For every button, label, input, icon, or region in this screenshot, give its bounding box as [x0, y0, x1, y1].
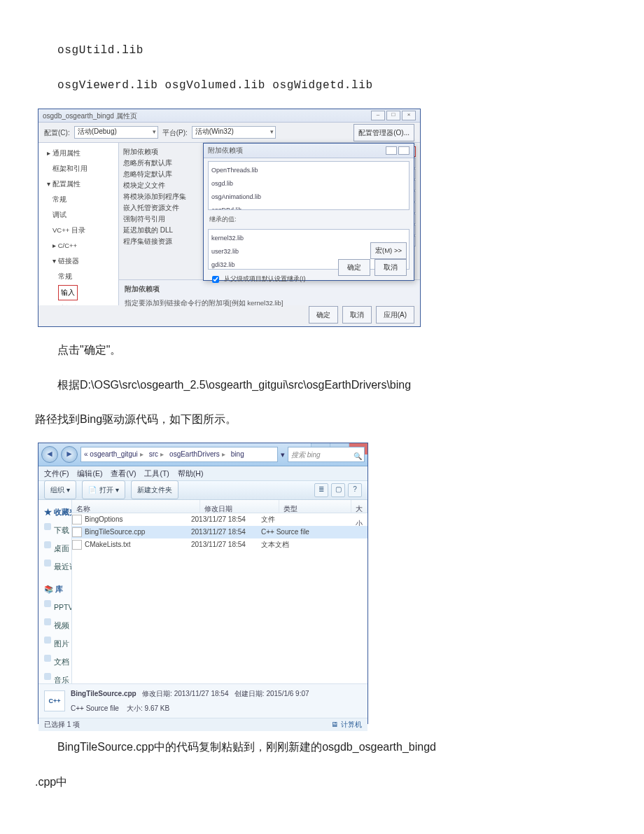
txt-file-icon	[72, 540, 82, 550]
cancel-button[interactable]: 取消	[342, 306, 372, 324]
property-tree[interactable]: ▸ 通用属性 框架和引用 ▾ 配置属性 常规 调试 VC++ 目录 ▸ C/C+…	[38, 143, 119, 305]
menu-bar: 文件(F) 编辑(E) 查看(V) 工具(T) 帮助(H)	[38, 466, 368, 481]
ok-button[interactable]: 确定	[309, 306, 338, 324]
code-line-1: osgUtild.lib	[35, 39, 609, 63]
tree-node[interactable]: ▾ 链接器	[40, 253, 117, 269]
breadcrumb[interactable]: src	[146, 447, 167, 461]
maximize-button[interactable]: □	[386, 111, 400, 120]
para-path: 根据D:\OSG\src\osgearth_2.5\osgearth_gitgu…	[35, 373, 609, 397]
nav-item[interactable]: 桌面	[40, 539, 70, 557]
platform-label: 平台(P):	[162, 125, 188, 140]
platform-combo[interactable]: 活动(Win32)	[192, 126, 276, 139]
view-options-button[interactable]: ≣	[314, 483, 328, 497]
config-label: 配置(C):	[44, 125, 70, 140]
search-box[interactable]: 搜索 bing	[288, 447, 365, 462]
inner-help-button[interactable]	[386, 146, 397, 155]
dialog-title: osgdb_osgearth_bingd 属性页	[43, 109, 137, 123]
help-button[interactable]: ?	[348, 483, 362, 497]
nav-item[interactable]: PPTV视频	[40, 598, 70, 616]
tree-node[interactable]: ▸ 通用属性	[40, 146, 117, 161]
tree-node[interactable]: ▸ C/C++	[40, 238, 117, 253]
inner-cancel-button[interactable]: 取消	[374, 259, 407, 276]
new-folder-button[interactable]: 新建文件夹	[131, 480, 178, 499]
tree-node[interactable]: 常规	[40, 192, 117, 207]
tree-node-selected[interactable]: 输入	[58, 285, 78, 300]
inner-close-button[interactable]	[398, 146, 410, 155]
organize-button[interactable]: 组织 ▾	[44, 480, 76, 499]
nav-item[interactable]: 图片	[40, 634, 70, 653]
code-line-2: osgViewerd.lib osgVolumed.lib osgWidgetd…	[35, 74, 609, 98]
breadcrumb[interactable]: bing	[228, 447, 249, 461]
macros-button[interactable]: 宏(M) >>	[370, 242, 407, 259]
para-path-2: 路径找到Bing驱动源代码，如下图所示。	[35, 408, 609, 431]
inherited-label: 继承的值:	[209, 213, 408, 226]
vs-property-dialog: osgdb_osgearth_bingd 属性页 – □ × 配置(C): 活动…	[38, 109, 421, 327]
cpp-icon: 📄	[88, 482, 97, 497]
file-icon	[72, 515, 82, 524]
para-click-ok: 点击"确定"。	[35, 338, 609, 362]
column-headers[interactable]: 名称 修改日期 类型 大小	[72, 500, 368, 513]
tree-node[interactable]: VC++ 目录	[40, 223, 117, 238]
para-copy: BingTileSource.cpp中的代码复制粘贴到，刚刚新建的osgdb_o…	[35, 735, 609, 759]
tree-node[interactable]: 调试	[40, 207, 117, 223]
menu-edit[interactable]: 编辑(E)	[77, 466, 102, 481]
para-copy-2: .cpp中	[35, 770, 609, 794]
nav-item[interactable]: 下载	[40, 521, 70, 539]
libs-textbox[interactable]: OpenThreads.lib osgd.lib osgAnimationd.l…	[208, 161, 410, 210]
file-row[interactable]: CMakeLists.txt 2013/11/27 18:54文本文档	[72, 538, 368, 551]
tree-node[interactable]: 常规	[40, 269, 117, 284]
minimize-button[interactable]: –	[371, 111, 385, 120]
prop-key: 程序集链接资源	[123, 234, 204, 249]
tree-node[interactable]: ▾ 配置属性	[40, 176, 117, 192]
computer-icon: 🖥	[331, 717, 338, 732]
nav-favorites[interactable]: ★ 收藏夹	[40, 503, 70, 521]
details-pane: C++ BingTileSource.cpp 修改日期: 2013/11/27 …	[38, 683, 368, 718]
cpp-file-icon	[72, 527, 82, 537]
tree-node[interactable]: 清单文件	[40, 301, 117, 306]
menu-help[interactable]: 帮助(H)	[178, 466, 204, 481]
nav-pane[interactable]: ★ 收藏夹 下载 桌面 最近访问的位置 📚 库 PPTV视频 视频 图片 文档 …	[38, 500, 72, 683]
nav-libraries[interactable]: 📚 库	[40, 580, 70, 598]
forward-button[interactable]: ►	[61, 446, 78, 463]
file-row[interactable]: BingOptions 2013/11/27 18:54文件	[72, 513, 368, 526]
nav-item[interactable]: 视频	[40, 616, 70, 634]
inner-title: 附加依赖项	[208, 144, 243, 158]
nav-item[interactable]: 最近访问的位置	[40, 557, 70, 576]
address-bar[interactable]: « osgearth_gitgui src osgEarthDrivers bi…	[80, 447, 278, 462]
config-manager-button[interactable]: 配置管理器(O)...	[354, 124, 414, 141]
close-button[interactable]: ×	[402, 111, 416, 120]
config-combo[interactable]: 活动(Debug)	[74, 126, 158, 139]
menu-tools[interactable]: 工具(T)	[144, 466, 169, 481]
nav-item[interactable]: 音乐	[40, 671, 70, 683]
open-button[interactable]: 📄打开 ▾	[82, 480, 125, 499]
additional-deps-dialog: 附加依赖项 OpenThreads.lib osgd.lib osgAnimat…	[203, 143, 414, 281]
menu-file[interactable]: 文件(F)	[44, 466, 69, 481]
menu-view[interactable]: 查看(V)	[111, 466, 136, 481]
inner-ok-button[interactable]: 确定	[338, 259, 370, 276]
apply-button[interactable]: 应用(A)	[376, 306, 414, 324]
status-bar: 已选择 1 项 🖥计算机	[38, 718, 368, 731]
breadcrumb[interactable]: « osgearth_gitgui	[81, 447, 146, 461]
tree-node[interactable]: 框架和引用	[40, 161, 117, 176]
file-row-selected[interactable]: BingTileSource.cpp 2013/11/27 18:54C++ S…	[72, 526, 368, 538]
preview-pane-button[interactable]: ▢	[331, 483, 345, 497]
nav-item[interactable]: 文档	[40, 653, 70, 671]
cpp-icon: C++	[44, 690, 65, 711]
breadcrumb[interactable]: osgEarthDrivers	[167, 447, 228, 461]
back-button[interactable]: ◄	[41, 446, 58, 463]
explorer-window: – □ × ◄ ► « osgearth_gitgui src osgEarth…	[38, 443, 368, 724]
